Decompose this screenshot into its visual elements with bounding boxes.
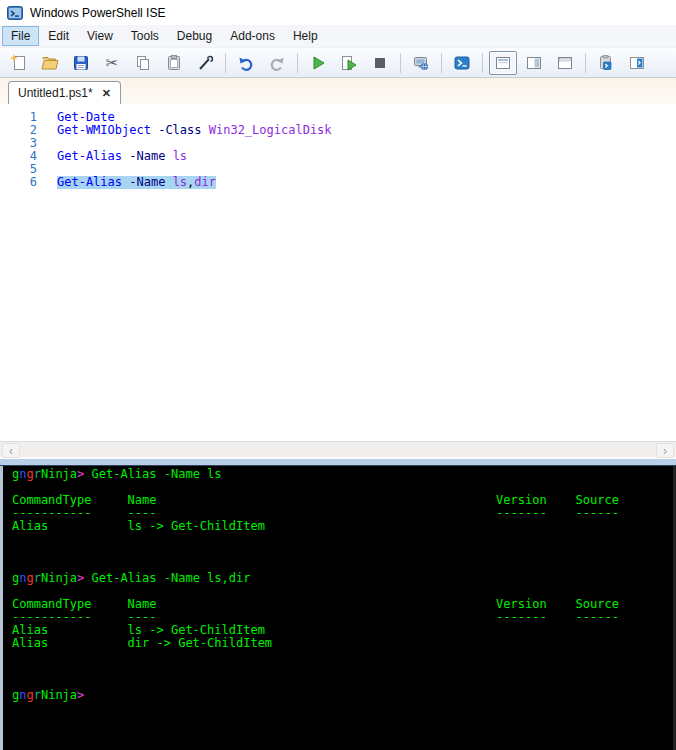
script-pane-maximized-button[interactable]	[551, 51, 579, 75]
open-script-icon	[41, 54, 59, 72]
run-script-button[interactable]	[304, 51, 332, 75]
tab-close-icon[interactable]: ✕	[102, 87, 111, 100]
menu-tools[interactable]: Tools	[122, 26, 168, 46]
tab-strip: Untitled1.ps1* ✕	[0, 78, 676, 104]
clear-console-icon	[196, 54, 214, 72]
new-script-button[interactable]	[5, 51, 33, 75]
toolbar: ✂	[0, 47, 676, 78]
menu-debug[interactable]: Debug	[168, 26, 221, 46]
editor-horizontal-scrollbar[interactable]: ‹ ›	[0, 441, 676, 457]
menu-addons[interactable]: Add-ons	[221, 26, 284, 46]
new-remote-powershell-tab-icon	[412, 54, 430, 72]
copy-button[interactable]	[129, 51, 157, 75]
run-selection-icon	[340, 54, 358, 72]
menu-bar: File Edit View Tools Debug Add-ons Help	[0, 25, 676, 47]
line-number: 6	[0, 176, 37, 189]
title-bar: Windows PowerShell ISE	[0, 0, 676, 25]
redo-button[interactable]	[263, 51, 291, 75]
run-script-icon	[309, 54, 327, 72]
script-editor-pane[interactable]: 1Get-Date2Get-WMIObject -Class Win32_Log…	[0, 104, 676, 441]
toolbar-separator	[441, 53, 442, 73]
code-text: Get-Alias -Name ls,dir	[57, 176, 216, 189]
pane-with-powershell-badge-icon	[628, 54, 646, 72]
save-button[interactable]	[67, 51, 95, 75]
console-pane[interactable]: gngrNinja> Get-Alias -Name ls CommandTyp…	[0, 466, 676, 750]
cut-button[interactable]: ✂	[98, 51, 126, 75]
toolbar-separator	[400, 53, 401, 73]
stop-icon	[371, 54, 389, 72]
new-remote-powershell-tab-button[interactable]	[407, 51, 435, 75]
script-with-powershell-badge-icon	[597, 54, 615, 72]
menu-help[interactable]: Help	[284, 26, 327, 46]
pane-splitter[interactable]	[0, 457, 676, 466]
cut-icon: ✂	[106, 55, 119, 70]
open-script-button[interactable]	[36, 51, 64, 75]
script-pane-maximized-icon	[556, 54, 574, 72]
redo-icon	[268, 54, 286, 72]
menu-edit[interactable]: Edit	[39, 26, 78, 46]
toolbar-separator	[585, 53, 586, 73]
tab-untitled1[interactable]: Untitled1.ps1* ✕	[8, 81, 121, 104]
script-pane-right-icon	[525, 54, 543, 72]
menu-view[interactable]: View	[78, 26, 122, 46]
tab-label: Untitled1.ps1*	[18, 86, 93, 100]
start-powershell-icon	[453, 54, 471, 72]
stop-button[interactable]	[366, 51, 394, 75]
undo-icon	[237, 54, 255, 72]
save-icon	[72, 54, 90, 72]
script-pane-right-button[interactable]	[520, 51, 548, 75]
paste-button[interactable]	[160, 51, 188, 75]
code-line: 6Get-Alias -Name ls,dir	[0, 176, 676, 189]
code-line: 2Get-WMIObject -Class Win32_LogicalDisk	[0, 124, 676, 137]
code-area: 1Get-Date2Get-WMIObject -Class Win32_Log…	[0, 104, 676, 189]
start-powershell-button[interactable]	[448, 51, 476, 75]
powershell-ise-window: Windows PowerShell ISE File Edit View To…	[0, 0, 676, 750]
paste-icon	[165, 54, 183, 72]
code-text: Get-Alias -Name ls	[57, 150, 187, 163]
script-with-powershell-badge-button[interactable]	[592, 51, 620, 75]
code-line: 4Get-Alias -Name ls	[0, 150, 676, 163]
run-selection-button[interactable]	[335, 51, 363, 75]
scroll-left-icon[interactable]: ‹	[2, 443, 20, 458]
menu-file[interactable]: File	[2, 26, 39, 46]
toolbar-separator	[297, 53, 298, 73]
console-output: gngrNinja> Get-Alias -Name ls CommandTyp…	[3, 466, 676, 702]
copy-icon	[134, 54, 152, 72]
powershell-ise-icon	[7, 5, 23, 21]
code-text: Get-WMIObject -Class Win32_LogicalDisk	[57, 124, 332, 137]
pane-with-powershell-badge-button[interactable]	[623, 51, 651, 75]
new-script-icon	[10, 54, 28, 72]
clear-console-button[interactable]	[191, 51, 219, 75]
script-pane-top-button[interactable]	[489, 51, 517, 75]
window-title: Windows PowerShell ISE	[30, 6, 165, 20]
toolbar-separator	[225, 53, 226, 73]
undo-button[interactable]	[232, 51, 260, 75]
scroll-right-icon[interactable]: ›	[656, 443, 674, 458]
toolbar-separator	[482, 53, 483, 73]
script-pane-top-icon	[494, 54, 512, 72]
